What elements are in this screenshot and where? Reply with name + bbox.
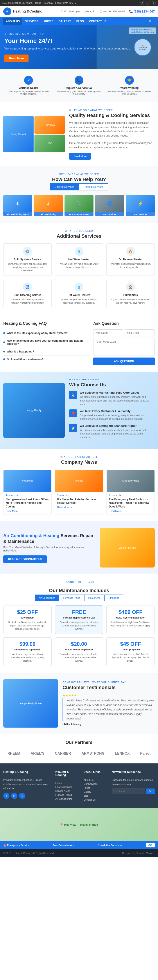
footer-twitter-icon[interactable]: t <box>19 793 25 799</box>
faq-question-2[interactable]: What is a heat pump? <box>3 350 89 353</box>
header-phone[interactable]: 📞 (888) 123-4567 <box>129 10 155 13</box>
nav-item-about[interactable]: About Us <box>3 18 22 25</box>
nav-search-icon[interactable]: 🔍 <box>147 18 155 25</box>
faq-item-2[interactable]: What is a heat pump? <box>3 348 89 356</box>
service-card-ac[interactable]: 🌡 Air Conditioning <box>34 195 63 216</box>
news-card-0: Heat Pump 4 comments Next generation Hea… <box>3 470 52 515</box>
nav-item-contact[interactable]: Contact Us <box>87 18 109 25</box>
logo[interactable]: ❄ Heating &Cooling <box>3 8 43 15</box>
ask-name-input[interactable] <box>93 329 123 336</box>
service-card-condenser[interactable]: 🔧 AC Condenser Repair <box>65 195 93 216</box>
ask-section: Ask Question ASK QUESTION <box>93 321 155 365</box>
ac-banner-cta-button[interactable]: READ MORE/CONTACT US <box>3 555 47 563</box>
faq-question-3[interactable]: Do I need filter maintenance? <box>3 358 89 361</box>
hero-cta-button[interactable]: Read More <box>5 54 28 62</box>
footer-link-areas[interactable]: Service Areas <box>55 789 79 793</box>
why-standard-icon: ⭐ <box>69 424 77 432</box>
maintenance-tab-heat-pump[interactable]: Heat Pump <box>84 595 105 601</box>
footer-facebook-icon[interactable]: f <box>3 793 9 799</box>
news-card-1-more[interactable]: Read More → <box>57 506 101 509</box>
news-card-2-image: Emergency Heat <box>107 470 155 492</box>
top-bar-right: f t g <box>141 1 156 5</box>
footer-link-ac[interactable]: Air Conditioning <box>55 797 79 801</box>
footer-col-about: Heating & Cooling Providing excellent he… <box>3 770 51 802</box>
maintenance-title: Our Maintenance Includes <box>3 588 155 593</box>
footer-map: 📍 Map View — Miami, Florida <box>0 808 158 841</box>
ask-email-input[interactable] <box>125 329 155 336</box>
service-water-heater: 💧 Hot Water Heater We can repair any mak… <box>55 243 103 276</box>
news-subtitle: Read our latest article <box>3 456 155 458</box>
hot-water-desc: Ensure that your hot water is always rea… <box>58 298 100 304</box>
news-card-0-more[interactable]: Read More → <box>6 510 49 512</box>
service-card-start[interactable]: ⚡ Start Services <box>126 195 155 216</box>
footer-newsletter-button[interactable]: Go <box>146 789 155 794</box>
footer-link-prices[interactable]: Prices <box>84 786 107 790</box>
footer-links2-list: About Us Our Services Prices Gallery Blo… <box>84 778 107 802</box>
duct-cleaning-desc: Complete duct cleaning service to mainta… <box>7 298 48 304</box>
footer-link-about[interactable]: About Us <box>84 778 107 782</box>
nav-item-blog[interactable]: Blog <box>74 18 87 25</box>
faq-question-1[interactable]: How often should you have your air condi… <box>3 339 89 345</box>
split-systems-title: Split Systems Service <box>7 258 48 261</box>
news-card-2: Emergency Heat 2 comments The Emergency … <box>106 470 155 515</box>
footer-link-home[interactable]: Home <box>55 781 79 785</box>
service-card-ac-repair[interactable]: ❄ Air Conditioning Repair <box>3 195 32 216</box>
quality-img-family: Family Comfort <box>3 116 33 152</box>
ask-submit-button[interactable]: ASK QUESTION <box>93 358 155 365</box>
footer-link-heating[interactable]: Heating Service <box>55 785 79 789</box>
footer-link-furnace[interactable]: Furnace Repair <box>55 793 79 797</box>
quality-content: What We Do / What we offer Quality Heati… <box>69 109 155 160</box>
gplus-icon[interactable]: g <box>152 1 156 5</box>
help-subtitle: Open 24/7 / What we offer <box>3 173 155 175</box>
split-systems-desc: Our furnace systems can accommodate ever… <box>7 262 48 272</box>
partner-rheem: RHEEM <box>5 749 22 758</box>
why-item-0: 🏅 We Believe In Maintaining Solid Core V… <box>69 391 155 406</box>
nav-item-prices[interactable]: Prices <box>41 18 56 25</box>
demand-heater-desc: We install the finest quality products f… <box>110 262 151 269</box>
faq-item-3[interactable]: Do I need filter maintenance? <box>3 356 89 363</box>
features-row: ✓ Certified Dealer We are providing top … <box>0 69 158 102</box>
nav-items: About Us Services Prices Gallery Blog Co… <box>3 18 109 25</box>
offers-grid-row2: $99.00 Maintenance Agreement Maintenance… <box>3 638 155 666</box>
offer-water-label: Water Heater Inspection <box>58 648 100 651</box>
tab-heating-services[interactable]: Heating Services <box>79 183 108 191</box>
faq-dot-3 <box>3 358 5 360</box>
faq-item-1[interactable]: How often should you have your air condi… <box>3 337 89 348</box>
service-card-duct[interactable]: 🌀 Duct Services <box>95 195 124 216</box>
emergency-go-button[interactable]: GO <box>146 843 155 847</box>
footer-newsletter-input[interactable] <box>112 789 145 794</box>
quality-read-more-button[interactable]: Read More <box>69 153 91 160</box>
news-card-2-more[interactable]: Read More → <box>109 510 152 512</box>
facebook-icon[interactable]: f <box>141 1 144 5</box>
faq-question-0[interactable]: What is the life expectancy of my HVAC s… <box>3 332 89 335</box>
offer-tuneup-price: $45 OFF <box>110 641 151 647</box>
maintenance-tab-financing[interactable]: Financing <box>105 595 123 601</box>
maintenance-tab-furnace[interactable]: Furnance Plans <box>59 595 84 601</box>
footer-linkedin-icon[interactable]: in <box>11 793 17 799</box>
footer-link-contact[interactable]: Contact Us <box>84 798 107 802</box>
nav-item-services[interactable]: Services <box>22 18 41 25</box>
why-item-2-content: We Believe In Setting the Standard Highe… <box>80 424 155 439</box>
offer-tuneup-label: Tune Up Special <box>110 648 151 651</box>
nav-item-gallery[interactable]: Gallery <box>56 18 74 25</box>
service-humidifiers: 🏠 Humidifiers If your old humidifier nee… <box>106 279 155 308</box>
twitter-icon[interactable]: t <box>146 1 150 5</box>
footer-col-links2: Useful Links About Us Our Services Price… <box>84 770 107 802</box>
ask-question-textarea[interactable] <box>93 338 155 356</box>
maintenance-tab-ac[interactable]: Air Conditioner <box>35 595 59 601</box>
footer-top: Heating & Cooling Providing excellent he… <box>0 764 158 808</box>
faq-item-0[interactable]: What is the life expectancy of my HVAC s… <box>3 329 89 337</box>
partners-row: RHEEM ARIEL'S CARRIER ARMSTRONG LENNOX P… <box>3 749 155 758</box>
footer-link-services[interactable]: Our Services <box>84 782 107 786</box>
additional-services-section: What do you need Additional Services ⚙️ … <box>0 223 158 315</box>
feature-certified: ✓ Certified Dealer We are providing top … <box>3 74 54 97</box>
why-image: Happy Family <box>3 383 65 438</box>
maintenance-subtitle: Services we provide <box>3 581 155 583</box>
footer-link-blog[interactable]: Blog <box>84 794 107 798</box>
tab-cooling-services[interactable]: Cooling Services <box>50 183 79 191</box>
offer-card-repair: $25 OFF Any Repair Book air conditioner … <box>3 606 52 634</box>
footer-link-gallery[interactable]: Gallery <box>84 790 107 794</box>
top-bar: 1521 Mockingbird Ln, Miami, Florida Mond… <box>0 0 158 6</box>
offer-water-desc: Book a furnace repair service call in th… <box>58 652 100 662</box>
maintenance-section: Services we provide Our Maintenance Incl… <box>0 574 158 673</box>
